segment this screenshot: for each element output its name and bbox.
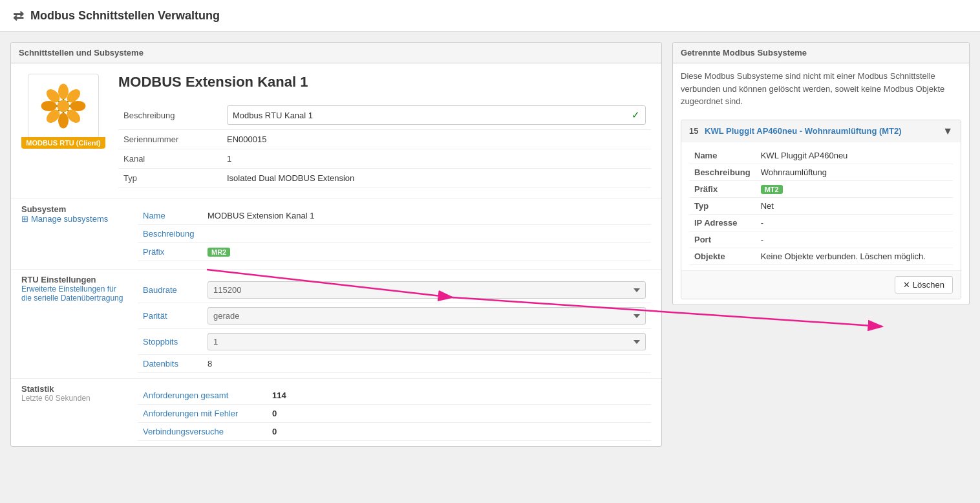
detail-label: IP Adresse [689, 214, 756, 231]
stats-field-label: Anforderungen gesamt [138, 387, 267, 405]
field-label: Seriennummer [118, 130, 222, 149]
stats-field-label: Anforderungen mit Fehler [138, 405, 267, 423]
sub-field-label: Präfix [138, 243, 202, 261]
table-row: Anforderungen gesamt 114 [138, 387, 651, 405]
rtu-field-label: Datenbits [138, 355, 202, 373]
manage-subsystems-link[interactable]: ⊞ Manage subsystems [21, 214, 108, 224]
detail-label: Name [689, 147, 756, 164]
subsystem-card-header[interactable]: 15 KWL Pluggit AP460neu - Wohnraumlüftun… [681, 120, 961, 142]
field-label: Beschreibung [118, 101, 222, 130]
device-details: MODBUS Extension Kanal 1 Beschreibung Mo… [118, 74, 651, 188]
rtu-sub-label: Erweiterte Einstellungen für die seriell… [21, 284, 125, 303]
table-row: Präfix MT2 [689, 180, 953, 197]
field-value: EN000015 [222, 130, 651, 149]
modbus-icon: ⇄ [13, 8, 24, 23]
main-layout: Schnittstellen und Subsysteme [0, 32, 980, 457]
table-row: Typ Isolated Dual MODBUS Extension [118, 169, 651, 188]
rtu-field-value: 1 [202, 329, 651, 355]
table-row: Port - [689, 231, 953, 248]
detail-label: Typ [689, 197, 756, 214]
rtu-section: RTU Einstellungen Erweiterte Einstellung… [11, 269, 661, 378]
rtu-field-label: Parität [138, 303, 202, 329]
rtu-field-value: gerade [202, 303, 651, 329]
sub-field-label: Beschreibung [138, 225, 202, 243]
stoppbits-select[interactable]: 1 [208, 333, 646, 350]
table-row: Stoppbits 1 [138, 329, 651, 355]
field-label: Kanal [118, 149, 222, 169]
detail-value: - [756, 231, 953, 248]
rtu-field-value: 8 [202, 355, 651, 373]
detail-value: - [756, 214, 953, 231]
detail-label: Port [689, 231, 756, 248]
beschreibung-text: Modbus RTU Kanal 1 [233, 111, 313, 120]
device-title: MODBUS Extension Kanal 1 [118, 74, 651, 91]
device-icon-label: MODBUS RTU (Client) [21, 137, 105, 149]
chevron-down-icon: ▼ [943, 125, 953, 137]
sub-field-label: Name [138, 207, 202, 225]
detail-value: Net [756, 197, 953, 214]
subsystem-card-body: Name KWL Pluggit AP460neu Beschreibung W… [681, 142, 961, 270]
field-value: Isolated Dual MODBUS Extension [222, 169, 651, 188]
detail-value: MT2 [756, 180, 953, 197]
table-row: Datenbits 8 [138, 355, 651, 373]
svg-point-12 [58, 112, 69, 128]
sub-field-value: MODBUS Extension Kanal 1 [202, 207, 651, 225]
sub-field-value: MR2 [202, 243, 651, 261]
table-row: Beschreibung Modbus RTU Kanal 1 ✓ [118, 101, 651, 130]
table-row: Name KWL Pluggit AP460neu [689, 147, 953, 164]
prefix-badge: MR2 [208, 248, 230, 257]
flower-icon [37, 80, 89, 132]
delete-button[interactable]: ✕ Löschen [895, 276, 953, 294]
beschreibung-input[interactable]: Modbus RTU Kanal 1 ✓ [227, 105, 646, 125]
table-row: Präfix MR2 [138, 243, 651, 261]
table-row: Name MODBUS Extension Kanal 1 [138, 207, 651, 225]
detail-value: Wohnraumlüftung [756, 164, 953, 180]
svg-point-14 [41, 101, 57, 111]
table-row: Kanal 1 [118, 149, 651, 169]
rtu-field-value: 115200 [202, 277, 651, 303]
subsystem-detail-table: Name KWL Pluggit AP460neu Beschreibung W… [689, 147, 953, 265]
detail-label: Präfix [689, 180, 756, 197]
table-row: Objekte Keine Objekte verbunden. Löschen… [689, 248, 953, 264]
stats-field-value: 0 [267, 405, 651, 423]
stats-label: Statistik [21, 384, 125, 394]
device-form-table: Beschreibung Modbus RTU Kanal 1 ✓ Serien… [118, 101, 651, 188]
device-icon-box: MODBUS RTU (Client) [21, 74, 105, 188]
table-row: Typ Net [689, 197, 953, 214]
subsystem-card: 15 KWL Pluggit AP460neu - Wohnraumlüftun… [681, 120, 961, 299]
stats-field-label: Verbindungsversuche [138, 423, 267, 441]
right-panel: Getrennte Modbus Subsysteme Diese Modbus… [672, 42, 970, 305]
rtu-field-label: Stoppbits [138, 329, 202, 355]
stats-field-value: 0 [267, 423, 651, 441]
field-label: Typ [118, 169, 222, 188]
table-row: Beschreibung Wohnraumlüftung [689, 164, 953, 180]
subsystem-section: Subsystem ⊞ Manage subsystems Name MODBU… [11, 198, 661, 269]
manage-icon: ⊞ [21, 214, 28, 224]
paritaet-select[interactable]: gerade [208, 307, 646, 325]
subsystem-label: Subsystem [21, 204, 125, 214]
detail-value: Keine Objekte verbunden. Löschen möglich… [756, 248, 953, 264]
field-value: 1 [222, 149, 651, 169]
svg-point-8 [58, 84, 69, 100]
table-row: Anforderungen mit Fehler 0 [138, 405, 651, 423]
delete-btn-row: ✕ Löschen [681, 270, 961, 299]
field-value: Modbus RTU Kanal 1 ✓ [222, 101, 651, 130]
right-prefix-badge: MT2 [761, 185, 783, 194]
left-panel-header: Schnittstellen und Subsysteme [11, 43, 661, 63]
sub-field-value [202, 225, 651, 243]
stats-sub-label: Letzte 60 Sekunden [21, 394, 125, 403]
page-wrapper: ⇄ Modbus Schnittstellen Verwaltung Schni… [0, 0, 980, 503]
table-row: Seriennummer EN000015 [118, 130, 651, 149]
stats-table: Anforderungen gesamt 114 Anforderungen m… [138, 387, 651, 441]
page-title: Modbus Schnittstellen Verwaltung [30, 9, 220, 23]
table-row: Verbindungsversuche 0 [138, 423, 651, 441]
baudrate-select[interactable]: 115200 [208, 281, 646, 299]
rtu-label: RTU Einstellungen [21, 275, 125, 284]
svg-point-16 [57, 100, 69, 112]
statistics-section: Statistik Letzte 60 Sekunden Anforderung… [11, 378, 661, 446]
check-icon: ✓ [632, 109, 640, 121]
table-row: Parität gerade [138, 303, 651, 329]
detail-label: Beschreibung [689, 164, 756, 180]
stats-field-value: 114 [267, 387, 651, 405]
table-row: Beschreibung [138, 225, 651, 243]
